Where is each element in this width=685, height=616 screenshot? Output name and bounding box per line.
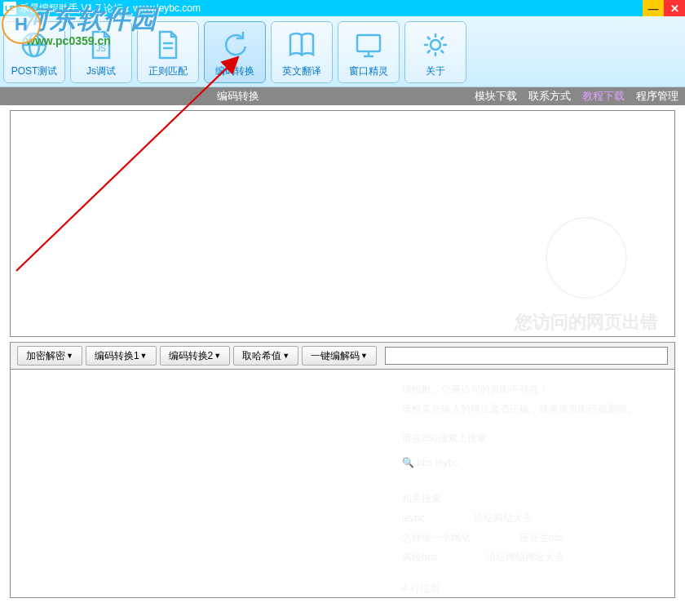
- app-icon: LE: [3, 2, 16, 15]
- english-translate-button[interactable]: 英文翻译: [271, 21, 333, 83]
- svg-point-9: [431, 40, 440, 50]
- window-title: 乐易编程助手 V1.7 论坛：www.leybc.com: [20, 2, 201, 16]
- encode-convert-button[interactable]: 编码转换: [204, 21, 266, 83]
- ghost-bottom-text: 很抱歉，您要访问的页面不存在！ 请检查您输入的网址是否正确，或者该页面已被删除。…: [402, 379, 637, 598]
- regex-match-button[interactable]: 正则匹配: [137, 21, 199, 83]
- svg-text:JS: JS: [96, 44, 106, 53]
- program-manage-link[interactable]: 程序管理: [636, 89, 678, 104]
- gear-icon: [418, 27, 453, 63]
- toolbar-label: POST测试: [11, 64, 58, 78]
- ghost-error-msg: 您访问的网页出错 网络连接异常、网站服务器失去 刷新页面: [515, 217, 658, 337]
- encrypt-decrypt-dropdown[interactable]: 加密解密▼: [17, 346, 82, 366]
- doc-icon: [150, 27, 186, 63]
- ghost-title: 您访问的网页出错: [515, 310, 658, 335]
- toolbar-label: 正则匹配: [148, 64, 188, 78]
- toolbar-label: Js调试: [86, 64, 116, 78]
- action-bar: 加密解密▼ 编码转换1▼ 编码转换2▼ 取哈希值▼ 一键编解码▼: [10, 342, 675, 370]
- output-panel[interactable]: 很抱歉，您要访问的页面不存在！ 请检查您输入的网址是否正确，或者该页面已被删除。…: [10, 370, 675, 598]
- svg-rect-6: [357, 35, 380, 51]
- module-download-link[interactable]: 模块下载: [475, 89, 517, 104]
- sub-nav-current: 编码转换: [217, 89, 259, 104]
- toolbar-label: 英文翻译: [282, 64, 321, 78]
- doc-js-icon: JS: [83, 27, 119, 63]
- sub-nav: 编码转换 模块下载 联系方式 教程下载 程序管理: [0, 87, 685, 105]
- window-controls: — ✕: [643, 0, 685, 16]
- close-button[interactable]: ✕: [664, 0, 685, 16]
- monitor-icon: [351, 27, 387, 63]
- encode-convert2-dropdown[interactable]: 编码转换2▼: [160, 346, 231, 366]
- about-button[interactable]: 关于: [404, 21, 466, 83]
- window-spirit-button[interactable]: 窗口精灵: [338, 21, 400, 83]
- toolbar: POST测试 JS Js调试 正则匹配 编码转换 英文翻译 窗口精灵 关于: [0, 16, 685, 87]
- title-bar: LE 乐易编程助手 V1.7 论坛：www.leybc.com — ✕: [0, 0, 685, 16]
- input-panel[interactable]: 您访问的网页出错 网络连接异常、网站服务器失去 刷新页面: [10, 110, 675, 337]
- refresh-icon: [217, 27, 253, 63]
- onekey-encode-dropdown[interactable]: 一键编解码▼: [302, 346, 377, 366]
- toolbar-label: 窗口精灵: [349, 64, 388, 78]
- encode-convert1-dropdown[interactable]: 编码转换1▼: [86, 346, 157, 366]
- toolbar-label: 关于: [426, 64, 445, 78]
- hash-dropdown[interactable]: 取哈希值▼: [233, 346, 298, 366]
- toolbar-label: 编码转换: [215, 64, 254, 78]
- contact-link[interactable]: 联系方式: [528, 89, 571, 104]
- minimize-button[interactable]: —: [643, 0, 664, 16]
- globe-icon: [16, 27, 52, 63]
- ghost-circle-icon: [546, 217, 627, 299]
- js-debug-button[interactable]: JS Js调试: [70, 21, 132, 83]
- post-test-button[interactable]: POST测试: [3, 21, 65, 83]
- content-area: 您访问的网页出错 网络连接异常、网站服务器失去 刷新页面 加密解密▼ 编码转换1…: [0, 105, 685, 603]
- book-icon: [284, 27, 320, 63]
- action-input[interactable]: [385, 347, 668, 365]
- tutorial-download-link[interactable]: 教程下载: [582, 89, 625, 104]
